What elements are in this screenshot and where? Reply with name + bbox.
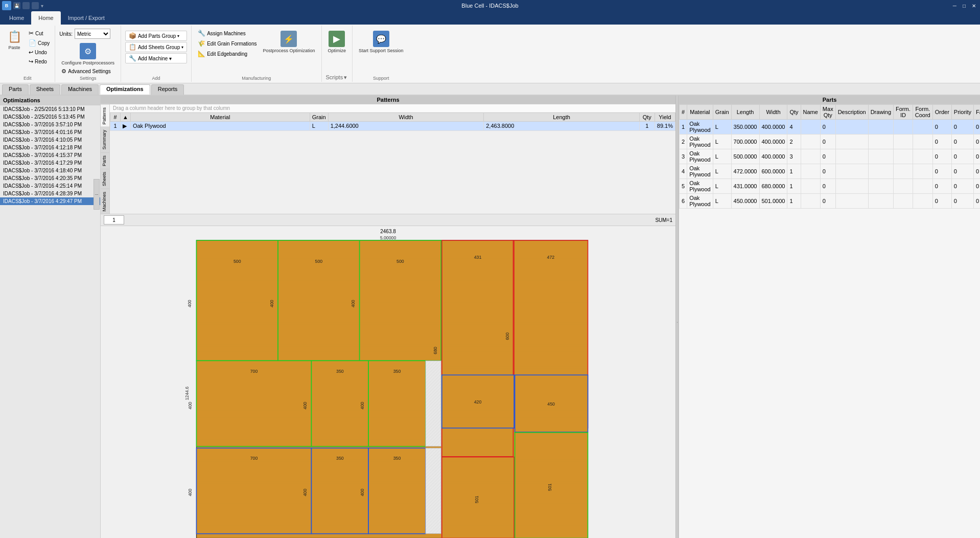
scripts-arrow[interactable]: ▾ (344, 74, 347, 81)
sidebar-item[interactable]: IDACS$Job - 3/7/2016 4:15:37 PM (0, 151, 100, 159)
cut-button[interactable]: ✂ Cut (27, 29, 52, 38)
tab-import-export[interactable]: Import / Export (61, 11, 112, 25)
patterns-section: Patterns Patterns Summary Parts Sheets M… (101, 96, 675, 227)
parts-cell: 0 (974, 119, 980, 134)
parts-cell: Oak Plywood (687, 119, 713, 134)
quick-icon3[interactable] (32, 2, 39, 9)
table-row[interactable]: 1 ▶ Oak Plywood L 1,244.6000 2,463.8000 … (110, 121, 675, 130)
parts-cell: 5 (680, 178, 687, 193)
redo-button[interactable]: ↪ Redo (27, 57, 52, 66)
side-tab-machines[interactable]: Machines (101, 189, 109, 214)
undo-button[interactable]: ↩ Undo (27, 48, 52, 57)
nav-tab-machines[interactable]: Machines (61, 84, 99, 95)
edit-edgebanding-button[interactable]: 📐 Edit Edgebanding (196, 49, 259, 58)
cell-material: Oak Plywood (130, 121, 310, 130)
add-sheets-group-button[interactable]: 📋 Add Sheets Group ▾ (125, 42, 187, 52)
tab-home-active[interactable]: Home (31, 11, 60, 25)
sidebar-item-selected[interactable]: IDACS$Job - 3/7/2016 4:29:47 PM (0, 197, 100, 205)
nav-tab-sheets[interactable]: Sheets (30, 84, 60, 95)
sidebar-item[interactable]: IDACS$Job - 3/7/2016 4:25:14 PM (0, 182, 100, 190)
sidebar-item[interactable]: IDACS$Job - 2/25/2016 5:13:10 PM (0, 105, 100, 113)
svg-text:500: 500 (396, 259, 404, 264)
start-support-button[interactable]: 💬 Start Support Session (357, 29, 406, 56)
parts-cell (894, 193, 913, 208)
scripts-group-label: Scripts (326, 74, 343, 80)
side-tab-patterns[interactable]: Patterns (101, 104, 109, 127)
optimize-button[interactable]: ▶ Optimize (326, 29, 348, 55)
svg-text:501: 501 (474, 496, 479, 504)
parts-cell (868, 178, 893, 193)
ribbon-tab-bar: Home Home Import / Export (0, 11, 980, 25)
svg-text:350: 350 (336, 369, 344, 374)
sidebar-item[interactable]: IDACS$Job - 3/7/2016 4:20:35 PM (0, 174, 100, 182)
configure-pp-button[interactable]: ⚙ Configure Postprocessors (59, 41, 116, 66)
paste-button[interactable]: 📋 Paste (3, 27, 26, 52)
nav-tab-parts[interactable]: Parts (2, 84, 29, 95)
parts-cell (835, 178, 868, 193)
advanced-settings-button[interactable]: ⚙ Advanced Settings (59, 67, 116, 76)
parts-cell: 0 (974, 149, 980, 164)
tab-home[interactable]: Home (2, 11, 31, 25)
side-tab-summary[interactable]: Summary (101, 127, 109, 152)
patterns-table: # ▲ Material Grain Width Length Qty Yiel… (110, 113, 675, 131)
canvas-container[interactable]: 500 400 500 400 500 400 431 680 (101, 236, 675, 538)
parts-cell: 0 (974, 193, 980, 208)
svg-text:500: 500 (234, 259, 241, 264)
sum-page-input[interactable] (104, 215, 124, 225)
parts-cell: 1 (787, 164, 801, 178)
parts-cell (835, 119, 868, 134)
parts-cell: 0 (932, 164, 951, 178)
parts-cell: 450.0000 (731, 193, 759, 208)
sidebar-item[interactable]: IDACS$Job - 3/7/2016 4:10:05 PM (0, 136, 100, 144)
parts-cell: 500.0000 (731, 149, 759, 164)
minimize-button[interactable]: ─ (951, 3, 959, 9)
parts-cell (868, 193, 893, 208)
parts-cell: 3 (787, 149, 801, 164)
svg-rect-44 (426, 448, 441, 534)
parts-cell: 400.0000 (759, 119, 787, 134)
svg-text:400: 400 (188, 489, 193, 497)
quick-save-icon[interactable]: 💾 (13, 2, 20, 9)
parts-col-grain: Grain (713, 104, 731, 119)
sidebar-item[interactable]: IDACS$Job - 2/25/2016 5:13:45 PM (0, 113, 100, 121)
close-button[interactable]: ✕ (970, 3, 978, 9)
title-bar: B 💾 ▾ Blue Cell - IDACS$Job ─ □ ✕ (0, 0, 980, 11)
sidebar-item[interactable]: IDACS$Job - 3/7/2016 4:18:40 PM (0, 167, 100, 174)
parts-row[interactable]: 6 Oak Plywood L 450.0000 501.0000 1 0 0 (680, 193, 981, 208)
parts-col-qty: Qty (787, 104, 801, 119)
parts-col-desc: Description (835, 104, 868, 119)
quick-icon2[interactable] (22, 2, 30, 9)
parts-cell: 431.0000 (731, 178, 759, 193)
nav-tab-reports[interactable]: Reports (151, 84, 184, 95)
sidebar-item[interactable]: IDACS$Job - 3/7/2016 4:17:29 PM (0, 159, 100, 167)
postprocess-button[interactable]: ⚡ Postprocess Optimization (261, 29, 317, 58)
assign-machines-button[interactable]: 🔧 Assign Machines (196, 29, 259, 38)
parts-row[interactable]: 2 Oak Plywood L 700.0000 400.0000 2 0 0 (680, 134, 981, 149)
parts-row[interactable]: 5 Oak Plywood L 431.0000 680.0000 1 0 0 (680, 178, 981, 193)
sidebar-item[interactable]: IDACS$Job - 3/7/2016 3:57:10 PM (0, 121, 100, 128)
svg-text:400: 400 (187, 300, 192, 308)
edit-grain-button[interactable]: 🌾 Edit Grain Formations (196, 39, 259, 48)
nav-tab-bar: Parts Sheets Machines Optimizations Repo… (0, 83, 980, 96)
parts-table-container[interactable]: # Material Grain Length Width Qty Name M… (679, 104, 980, 538)
parts-row[interactable]: 4 Oak Plywood L 472.0000 600.0000 1 0 0 (680, 164, 981, 178)
support-group-label: Support (357, 76, 406, 81)
parts-col-material: Material (687, 104, 713, 119)
parts-row[interactable]: 1 Oak Plywood L 350.0000 400.0000 4 0 0 (680, 119, 981, 134)
parts-cell: 0 (932, 149, 951, 164)
sidebar-item[interactable]: IDACS$Job - 3/7/2016 4:01:16 PM (0, 128, 100, 136)
add-parts-group-button[interactable]: 📦 Add Parts Group ▾ (125, 31, 187, 41)
svg-text:400: 400 (302, 402, 308, 410)
patterns-section-title: Patterns (101, 96, 675, 104)
add-machine-button[interactable]: 🔧 Add Machine ▾ (125, 53, 187, 63)
sidebar-collapse-button[interactable]: ··· (94, 179, 100, 210)
units-select[interactable]: Metric Imperial (75, 29, 110, 39)
side-tab-parts[interactable]: Parts (101, 152, 109, 169)
sidebar-item[interactable]: IDACS$Job - 3/7/2016 4:12:18 PM (0, 144, 100, 151)
nav-tab-optimizations[interactable]: Optimizations (100, 84, 150, 95)
side-tab-sheets[interactable]: Sheets (101, 169, 109, 189)
parts-row[interactable]: 3 Oak Plywood L 500.0000 400.0000 3 0 0 (680, 149, 981, 164)
sidebar-item[interactable]: IDACS$Job - 3/7/2016 4:28:39 PM (0, 190, 100, 197)
copy-button[interactable]: 📄 Copy (27, 38, 52, 48)
maximize-button[interactable]: □ (961, 3, 968, 9)
